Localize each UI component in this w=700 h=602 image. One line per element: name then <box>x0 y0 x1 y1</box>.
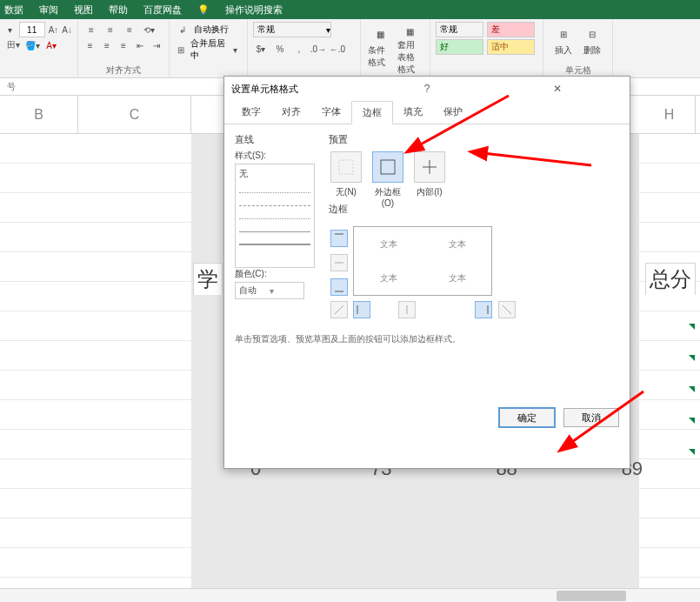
menu-baidu[interactable]: 百度网盘 <box>143 3 182 17</box>
preset-outline-button[interactable]: 外边框(O) <box>370 151 405 208</box>
ribbon: ▾ A↑ A↓ 田▾ 🪣▾ A▾ ≡ ≡ ≡ ⟲▾ ≡ ≡ ≡ ⇤ ⇥ 对齐方式… <box>0 19 700 78</box>
increase-decimal-icon[interactable]: .0→ <box>310 41 326 57</box>
color-dropdown[interactable]: 自动▾ <box>235 282 304 299</box>
align-top-icon[interactable]: ≡ <box>83 22 99 37</box>
dialog-help-button[interactable]: ? <box>362 83 492 95</box>
increase-font-icon[interactable]: A↑ <box>49 22 59 37</box>
dialog-tabs: 数字 对齐 字体 边框 填充 保护 <box>224 101 630 124</box>
border-right-button[interactable] <box>475 301 492 318</box>
conditional-format-button[interactable]: ▦条件格式 <box>366 22 396 77</box>
formula-content: 号 <box>7 81 16 93</box>
dialog-titlebar: 设置单元格格式 ? ✕ <box>224 77 630 101</box>
preset-inside-icon <box>414 151 445 183</box>
align-middle-icon[interactable]: ≡ <box>103 22 118 37</box>
merge-dd[interactable]: ▾ <box>230 42 242 57</box>
line-section-label: 直线 <box>235 133 322 146</box>
tab-alignment[interactable]: 对齐 <box>271 101 311 124</box>
cancel-button[interactable]: 取消 <box>563 408 619 427</box>
style-label: 样式(S): <box>235 150 322 162</box>
align-left-icon[interactable]: ≡ <box>83 37 97 53</box>
wrap-text-label[interactable]: 自动换行 <box>194 23 229 36</box>
menu-data[interactable]: 数据 <box>4 3 23 17</box>
style-none[interactable]: 无 <box>239 168 310 180</box>
tell-me-search[interactable]: 操作说明搜索 <box>225 3 283 17</box>
error-triangle-icon <box>689 386 695 392</box>
style-bad[interactable]: 差 <box>487 22 535 37</box>
wrap-text-icon[interactable]: ↲ <box>175 22 190 37</box>
alignment-group-label: 对齐方式 <box>78 64 169 77</box>
cell-label-zongfen: 总分 <box>645 263 696 295</box>
font-family-dd[interactable]: ▾ <box>5 22 16 37</box>
table-format-icon: ▦ <box>399 23 420 39</box>
menu-bar: 数据 审阅 视图 帮助 百度网盘 💡 操作说明搜索 <box>0 0 700 19</box>
border-preview: 文本文本 文本文本 <box>329 221 520 317</box>
col-header-C[interactable]: C <box>78 96 191 133</box>
tab-border[interactable]: 边框 <box>351 101 393 124</box>
font-color-icon[interactable]: A▾ <box>43 37 59 53</box>
border-diag-up-button[interactable] <box>330 301 348 318</box>
col-header-B[interactable]: B <box>0 96 78 133</box>
insert-icon: ⊞ <box>553 23 574 44</box>
ok-button[interactable]: 确定 <box>499 408 555 427</box>
style-normal[interactable]: 常规 <box>436 22 483 37</box>
menu-view[interactable]: 视图 <box>74 3 93 17</box>
table-format-button[interactable]: ▦套用表格格式 <box>396 22 425 77</box>
border-hmiddle-button[interactable] <box>330 254 348 271</box>
cell-label-xue: 学 <box>193 263 223 295</box>
menu-help[interactable]: 帮助 <box>109 3 128 17</box>
format-cells-dialog: 设置单元格格式 ? ✕ 数字 对齐 字体 边框 填充 保护 直线 样式(S): … <box>223 76 630 469</box>
cond-format-icon: ▦ <box>370 23 391 44</box>
indent-more-icon[interactable]: ⇥ <box>150 37 163 53</box>
dialog-body: 直线 样式(S): 无 颜色(C): 自动▾ 预置 无(N) <box>224 124 630 438</box>
tab-fill[interactable]: 填充 <box>393 101 433 124</box>
preset-outline-icon <box>372 151 403 183</box>
font-size-input[interactable] <box>19 22 45 37</box>
svg-rect-1 <box>381 160 395 174</box>
line-style-list[interactable]: 无 <box>235 164 315 268</box>
accounting-icon[interactable]: $▾ <box>253 41 269 57</box>
border-top-button[interactable] <box>330 230 348 247</box>
border-vmiddle-button[interactable] <box>398 301 416 318</box>
border-dd-icon[interactable]: 田▾ <box>5 37 21 53</box>
merge-center-label[interactable]: 合并后居中 <box>190 37 225 62</box>
scrollbar-thumb[interactable] <box>557 591 626 601</box>
tab-protection[interactable]: 保护 <box>433 101 473 124</box>
preset-none-button[interactable]: 无(N) <box>329 151 363 208</box>
color-label: 颜色(C): <box>235 268 304 280</box>
error-triangle-icon <box>689 449 695 455</box>
border-diag-down-button[interactable] <box>498 301 516 318</box>
merge-center-icon[interactable]: ⊞ <box>175 42 187 57</box>
svg-line-11 <box>503 305 511 314</box>
align-bottom-icon[interactable]: ≡ <box>122 22 137 37</box>
tab-number[interactable]: 数字 <box>231 101 271 124</box>
preset-inside-button[interactable]: 内部(I) <box>412 151 447 208</box>
svg-line-7 <box>335 305 343 314</box>
style-good[interactable]: 好 <box>436 39 483 55</box>
preset-none-icon <box>330 151 362 183</box>
dialog-title: 设置单元格格式 <box>231 83 362 96</box>
number-format-dropdown[interactable]: 常规▾ <box>253 22 331 37</box>
align-right-icon[interactable]: ≡ <box>117 37 130 53</box>
menu-review[interactable]: 审阅 <box>39 3 58 17</box>
border-bottom-button[interactable] <box>330 278 348 296</box>
orientation-icon[interactable]: ⟲▾ <box>141 22 157 37</box>
decrease-font-icon[interactable]: A↓ <box>62 22 72 37</box>
tab-font[interactable]: 字体 <box>311 101 351 124</box>
hint-text: 单击预置选项、预览草图及上面的按钮可以添加边框样式。 <box>235 333 461 345</box>
lightbulb-icon: 💡 <box>197 4 210 16</box>
error-triangle-icon <box>689 324 695 330</box>
percent-icon[interactable]: % <box>272 41 288 57</box>
indent-less-icon[interactable]: ⇤ <box>134 37 147 53</box>
error-triangle-icon <box>689 355 695 361</box>
horizontal-scrollbar[interactable] <box>0 588 700 602</box>
fill-color-icon[interactable]: 🪣▾ <box>24 37 40 53</box>
border-left-button[interactable] <box>353 301 370 318</box>
decrease-decimal-icon[interactable]: ←.0 <box>330 41 345 57</box>
style-neutral[interactable]: 适中 <box>487 39 535 55</box>
align-center-icon[interactable]: ≡ <box>100 37 113 53</box>
preset-section-label: 预置 <box>329 133 447 146</box>
dialog-close-button[interactable]: ✕ <box>492 83 623 95</box>
delete-icon: ⊟ <box>582 23 603 44</box>
comma-icon[interactable]: , <box>291 41 307 57</box>
col-header-H[interactable]: H <box>643 96 696 133</box>
